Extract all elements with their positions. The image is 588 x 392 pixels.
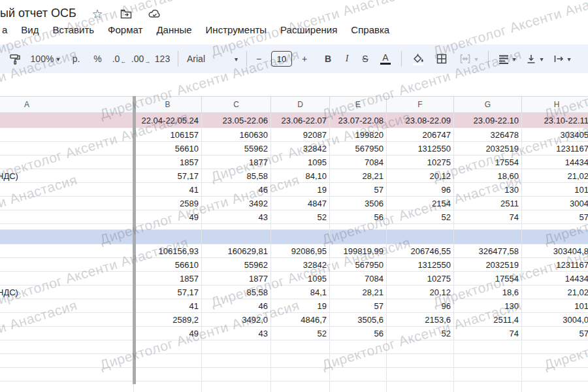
cell[interactable]: 2153,6 — [387, 313, 454, 327]
cell[interactable]: 14434 — [522, 272, 588, 286]
cell[interactable] — [271, 230, 330, 244]
cell[interactable] — [454, 368, 522, 382]
cell[interactable]: 43 — [202, 210, 271, 224]
cloud-saved-icon[interactable] — [148, 7, 162, 21]
cell[interactable]: 96 — [387, 183, 454, 197]
cell[interactable]: 567950 — [330, 142, 387, 155]
frozen-pane-divider[interactable] — [133, 96, 136, 384]
cell[interactable]: 23.10-22.11 — [522, 113, 588, 128]
cell[interactable]: 106156,93 — [134, 244, 202, 258]
cell[interactable] — [387, 354, 454, 368]
cell[interactable]: 23.09-22.10 — [454, 113, 522, 128]
cell[interactable]: 303405 — [522, 128, 588, 142]
cell[interactable]: 4846,7 — [271, 313, 330, 327]
cell[interactable]: 3004 — [522, 197, 588, 210]
cell[interactable]: 23.06-22.07 — [271, 113, 330, 128]
cell[interactable]: 52 — [387, 210, 454, 224]
cell[interactable]: 1312550 — [387, 142, 454, 155]
cell[interactable]: 2032519 — [454, 258, 522, 272]
cell[interactable]: 101 — [522, 299, 588, 313]
cell[interactable] — [271, 382, 330, 392]
cell[interactable] — [134, 368, 202, 382]
cell[interactable]: 46 — [202, 183, 271, 197]
menu-item[interactable]: Вид — [21, 24, 39, 35]
cell[interactable]: 57 — [330, 183, 387, 197]
cell[interactable] — [330, 354, 387, 368]
cell[interactable]: 1231167 — [522, 258, 588, 272]
cell[interactable]: 7084 — [330, 272, 387, 286]
cell[interactable] — [387, 340, 454, 354]
cell[interactable]: НДС) — [0, 286, 134, 299]
cell[interactable] — [0, 327, 134, 340]
cell[interactable] — [0, 244, 134, 258]
cell[interactable] — [387, 382, 454, 392]
cell[interactable]: 28,21 — [330, 286, 387, 299]
cell[interactable]: 7084 — [330, 155, 387, 169]
cell[interactable] — [0, 230, 134, 244]
cell[interactable] — [454, 340, 522, 354]
cell[interactable]: 52 — [387, 327, 454, 340]
cell[interactable]: 84,1 — [271, 286, 330, 299]
cell[interactable]: 160630 — [202, 128, 271, 142]
cell[interactable]: 1877 — [202, 155, 271, 169]
cell[interactable]: 130 — [454, 183, 522, 197]
cell[interactable]: 43 — [202, 327, 271, 340]
cell[interactable]: 14434 — [522, 155, 588, 169]
cell[interactable]: 56610 — [134, 142, 202, 155]
cell[interactable]: 57,17 — [134, 169, 202, 183]
cell[interactable] — [522, 340, 588, 354]
menu-item[interactable]: Справка — [351, 24, 389, 35]
cell[interactable]: 1095 — [271, 272, 330, 286]
cell[interactable]: 3505,6 — [330, 313, 387, 327]
cell[interactable]: 20,12 — [387, 286, 454, 299]
cell[interactable]: 19 — [271, 183, 330, 197]
cell[interactable]: 1857 — [134, 272, 202, 286]
cell[interactable] — [0, 354, 134, 368]
cell[interactable]: 19 — [271, 299, 330, 313]
cell[interactable]: 101 — [522, 183, 588, 197]
cell[interactable]: 41 — [134, 299, 202, 313]
cell[interactable]: 206747 — [387, 128, 454, 142]
cell[interactable] — [522, 368, 588, 382]
cell[interactable] — [522, 230, 588, 244]
menu-item[interactable]: Инструменты — [206, 24, 267, 35]
cell[interactable]: 303404,8 — [522, 244, 588, 258]
cell[interactable]: 74 — [454, 210, 522, 224]
cell[interactable] — [0, 197, 134, 210]
cell[interactable] — [134, 354, 202, 368]
cell[interactable]: 23.05-22.06 — [202, 113, 271, 128]
cell[interactable]: 49 — [134, 327, 202, 340]
horizontal-align-button[interactable]: ▾ — [493, 49, 521, 69]
cell[interactable]: 2032519 — [454, 142, 522, 155]
font-size-input[interactable]: 10 — [271, 51, 292, 67]
cell[interactable] — [0, 299, 134, 313]
cell[interactable]: 10275 — [387, 155, 454, 169]
menu-item[interactable]: Данные — [156, 24, 191, 35]
format-painter-button[interactable] — [5, 49, 25, 69]
star-icon[interactable]: ☆ — [90, 7, 105, 21]
column-header[interactable]: C — [202, 97, 271, 113]
cell[interactable]: 1231167 — [522, 142, 588, 155]
cell[interactable]: 1857 — [134, 155, 202, 169]
column-header[interactable]: D — [271, 97, 330, 113]
merge-cells-button[interactable]: ▾ — [453, 49, 483, 69]
cell[interactable]: 1312550 — [387, 258, 454, 272]
cell[interactable] — [0, 272, 134, 286]
cell[interactable] — [330, 224, 387, 230]
cell[interactable] — [0, 210, 134, 224]
cell[interactable]: 4847 — [271, 197, 330, 210]
cell[interactable]: 49 — [134, 210, 202, 224]
cell[interactable]: 57 — [522, 327, 588, 340]
cell[interactable]: 199819,99 — [330, 244, 387, 258]
cell[interactable] — [0, 258, 134, 272]
cell[interactable] — [134, 340, 202, 354]
cell[interactable] — [387, 230, 454, 244]
cell[interactable] — [0, 128, 134, 142]
column-header[interactable]: B — [134, 97, 202, 113]
cell[interactable]: 85,58 — [202, 286, 271, 299]
cell[interactable]: 10275 — [387, 272, 454, 286]
cell[interactable] — [454, 224, 522, 230]
cell[interactable]: 23.07-22.08 — [330, 113, 387, 128]
cell[interactable] — [522, 354, 588, 368]
cell[interactable] — [330, 340, 387, 354]
